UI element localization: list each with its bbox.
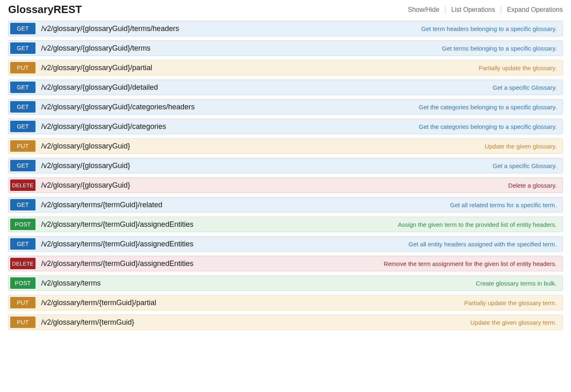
method-badge[interactable]: GET xyxy=(10,23,35,34)
method-badge[interactable]: GET xyxy=(10,101,35,113)
resource-title[interactable]: GlossaryREST xyxy=(8,3,82,16)
method-badge[interactable]: GET xyxy=(10,238,35,250)
operation-description[interactable]: Partially update the glossary term. xyxy=(464,299,562,306)
method-badge[interactable]: POST xyxy=(10,219,35,230)
operation-path[interactable]: /v2/glossary/{glossaryGuid} xyxy=(35,162,130,170)
method-badge[interactable]: GET xyxy=(10,199,35,210)
operation-path[interactable]: /v2/glossary/{glossaryGuid}/terms xyxy=(35,44,150,53)
operation-description[interactable]: Get a specific Glossary. xyxy=(493,84,562,91)
operation-path[interactable]: /v2/glossary/{glossaryGuid}/terms/header… xyxy=(35,24,179,33)
operation-row[interactable]: DELETE/v2/glossary/terms/{termGuid}/assi… xyxy=(8,256,563,271)
list-operations-link[interactable]: List Operations xyxy=(445,6,501,13)
method-badge[interactable]: PUT xyxy=(10,140,35,152)
operation-description[interactable]: Update the given glossary term. xyxy=(470,319,562,326)
method-badge[interactable]: PUT xyxy=(10,317,35,328)
operation-row[interactable]: GET/v2/glossary/{glossaryGuid}Get a spec… xyxy=(8,158,563,173)
operation-row[interactable]: GET/v2/glossary/terms/{termGuid}/assigne… xyxy=(8,236,563,252)
operations-list: GET/v2/glossary/{glossaryGuid}/terms/hea… xyxy=(8,21,563,330)
operation-row[interactable]: GET/v2/glossary/{glossaryGuid}/terms/hea… xyxy=(8,21,563,36)
operation-path[interactable]: /v2/glossary/terms/{termGuid}/related xyxy=(35,201,162,209)
method-badge[interactable]: PUT xyxy=(10,297,35,308)
method-badge[interactable]: GET xyxy=(10,82,35,93)
operation-path[interactable]: /v2/glossary/terms/{termGuid}/assignedEn… xyxy=(35,240,193,248)
operation-path[interactable]: /v2/glossary/{glossaryGuid}/partial xyxy=(35,64,152,72)
operation-description[interactable]: Get all related terms for a specific ter… xyxy=(450,202,562,208)
operation-description[interactable]: Create glossary terms in bulk. xyxy=(476,280,562,287)
operation-description[interactable]: Get a specific Glossary. xyxy=(493,162,562,169)
operation-description[interactable]: Get terms belonging to a specific glossa… xyxy=(442,45,562,52)
operation-row[interactable]: GET/v2/glossary/{glossaryGuid}/termsGet … xyxy=(8,40,563,56)
operation-description[interactable]: Get term headers belonging to a specific… xyxy=(421,25,562,32)
operation-description[interactable]: Update the given glossary. xyxy=(485,143,563,150)
operation-row[interactable]: PUT/v2/glossary/term/{termGuid}Update th… xyxy=(8,314,563,330)
operation-row[interactable]: GET/v2/glossary/{glossaryGuid}/categorie… xyxy=(8,119,563,134)
operation-path[interactable]: /v2/glossary/terms/{termGuid}/assignedEn… xyxy=(35,220,193,229)
operation-row[interactable]: GET/v2/glossary/{glossaryGuid}/categorie… xyxy=(8,99,563,115)
operation-description[interactable]: Assign the given term to the provided li… xyxy=(398,221,562,228)
method-badge[interactable]: DELETE xyxy=(10,258,35,269)
operation-description[interactable]: Delete a glossary. xyxy=(508,182,562,189)
operation-row[interactable]: PUT/v2/glossary/{glossaryGuid}/partialPa… xyxy=(8,60,563,75)
operation-row[interactable]: DELETE/v2/glossary/{glossaryGuid}Delete … xyxy=(8,177,563,193)
expand-operations-link[interactable]: Expand Operations xyxy=(501,6,563,13)
resource-header: GlossaryREST Show/Hide List Operations E… xyxy=(8,3,563,16)
operation-path[interactable]: /v2/glossary/{glossaryGuid} xyxy=(35,181,130,190)
operation-path[interactable]: /v2/glossary/terms xyxy=(35,279,101,288)
method-badge[interactable]: PUT xyxy=(10,62,35,73)
operation-path[interactable]: /v2/glossary/{glossaryGuid}/detailed xyxy=(35,83,158,92)
operation-row[interactable]: GET/v2/glossary/{glossaryGuid}/detailedG… xyxy=(8,80,563,95)
operation-path[interactable]: /v2/glossary/terms/{termGuid}/assignedEn… xyxy=(35,259,193,268)
operation-row[interactable]: PUT/v2/glossary/term/{termGuid}/partialP… xyxy=(8,295,563,310)
operation-row[interactable]: POST/v2/glossary/termsCreate glossary te… xyxy=(8,275,563,291)
operation-description[interactable]: Remove the term assignment for the given… xyxy=(384,260,562,267)
operation-path[interactable]: /v2/glossary/{glossaryGuid}/categories xyxy=(35,122,166,131)
method-badge[interactable]: GET xyxy=(10,160,35,171)
operation-path[interactable]: /v2/glossary/term/{termGuid} xyxy=(35,318,134,327)
show-hide-link[interactable]: Show/Hide xyxy=(402,6,445,13)
method-badge[interactable]: POST xyxy=(10,277,35,289)
method-badge[interactable]: DELETE xyxy=(10,179,35,191)
method-badge[interactable]: GET xyxy=(10,42,35,54)
operation-description[interactable]: Partially update the glossary. xyxy=(479,64,563,71)
header-actions: Show/Hide List Operations Expand Operati… xyxy=(402,6,563,13)
operation-row[interactable]: GET/v2/glossary/terms/{termGuid}/related… xyxy=(8,197,563,213)
operation-path[interactable]: /v2/glossary/{glossaryGuid} xyxy=(35,142,130,151)
method-badge[interactable]: GET xyxy=(10,121,35,132)
operation-path[interactable]: /v2/glossary/term/{termGuid}/partial xyxy=(35,299,156,307)
operation-description[interactable]: Get the categories belonging to a specif… xyxy=(419,123,562,130)
operation-description[interactable]: Get the categories belonging to a specif… xyxy=(419,104,562,111)
operation-description[interactable]: Get all entity headers assigned with the… xyxy=(408,241,562,248)
operation-row[interactable]: POST/v2/glossary/terms/{termGuid}/assign… xyxy=(8,217,563,232)
operation-row[interactable]: PUT/v2/glossary/{glossaryGuid}Update the… xyxy=(8,138,563,154)
operation-path[interactable]: /v2/glossary/{glossaryGuid}/categories/h… xyxy=(35,103,195,111)
